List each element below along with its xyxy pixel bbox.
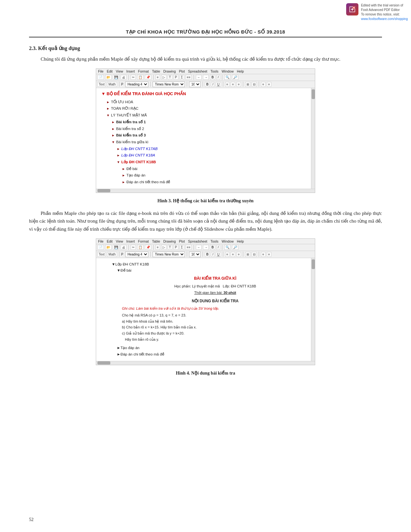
tb2-m6[interactable]: ≡≡ bbox=[185, 245, 192, 250]
scroll-thumb-1[interactable] bbox=[312, 89, 315, 99]
fmt2-al[interactable]: ≡ bbox=[225, 252, 230, 257]
format-bar-2: Text Math P Heading 4 Times New Roman 16… bbox=[96, 251, 315, 258]
toolbar-misc4[interactable]: P bbox=[174, 75, 178, 80]
tb2-zoom2[interactable]: 🔎 bbox=[232, 245, 238, 250]
toolbar-cut[interactable]: ✂ bbox=[131, 75, 136, 80]
ss1-tree: ►TỐI ƯU HOÁ ►TOÁN RỜI RẠC ▼LÝ THUYẾT MẬT… bbox=[101, 99, 308, 186]
screenshot-figure-4: File Edit View Insert Format Table Drawi… bbox=[96, 238, 315, 365]
fmt2-indent[interactable]: ⊞ bbox=[245, 252, 250, 257]
fmt2-math[interactable]: Math bbox=[107, 252, 117, 257]
tb2-cut[interactable]: ✂ bbox=[131, 245, 136, 250]
screenshot-figure-3: File Edit View Insert Format Table Drawi… bbox=[96, 68, 315, 193]
ffsep2 bbox=[150, 252, 151, 257]
fmt2-outdent[interactable]: ⊟ bbox=[252, 252, 257, 257]
hscroll-1[interactable] bbox=[96, 189, 315, 193]
fsep3 bbox=[187, 82, 187, 87]
tree-item-bkt2: ►Bài kiểm tra số 2 bbox=[101, 125, 308, 132]
scrollbar-2[interactable] bbox=[311, 258, 315, 361]
ss2-tree: ▼Lớp ĐH CNTT K18B ▼Đề bài BÀI KIỂM TRA G… bbox=[101, 261, 308, 358]
toolbar-save[interactable]: 💾 bbox=[113, 75, 119, 80]
toolbar-zoom[interactable]: 🔍 bbox=[224, 75, 231, 80]
toolbar-copy[interactable]: 📋 bbox=[137, 75, 144, 80]
fmt2-ar[interactable]: ≡ bbox=[236, 252, 241, 257]
tb2-print[interactable]: 🖨 bbox=[121, 245, 126, 250]
fig3-caption: Hình 3. Hệ thống các bài kiểm tra thường… bbox=[29, 198, 382, 204]
tb2-italic[interactable]: I bbox=[216, 245, 220, 250]
font-select-2[interactable]: Times New Roman bbox=[153, 252, 185, 257]
tb2-m5[interactable]: Σ bbox=[180, 245, 184, 250]
toolbar-misc1[interactable]: ≡ bbox=[155, 75, 160, 80]
tree-item-k17ab: ►Lớp ĐH CNTT K17AB bbox=[101, 146, 308, 152]
font-select[interactable]: Times New Roman bbox=[153, 82, 185, 87]
menubar-1: File Edit View Insert Format Table Drawi… bbox=[96, 69, 315, 74]
tb2-bold[interactable]: B bbox=[210, 245, 215, 250]
format-text[interactable]: Text bbox=[97, 82, 106, 87]
toolbar-zoom2[interactable]: 🔎 bbox=[232, 75, 238, 80]
tb2-ar[interactable]: → bbox=[203, 245, 209, 250]
tb2-new[interactable]: 📄 bbox=[97, 245, 104, 250]
size-select[interactable]: 16 bbox=[189, 82, 201, 87]
toolbar-2: 📄 📂 💾 🖨 ✂ 📋 📌 ≡ ▷ T P Σ ≡≡ ← → B I 🔍 🔎 bbox=[96, 244, 315, 251]
toolbar-misc5[interactable]: Σ bbox=[180, 75, 184, 80]
tree-item-toan: ►TOÁN RỜI RẠC bbox=[101, 105, 308, 112]
toolbar-italic[interactable]: I bbox=[216, 75, 220, 80]
format-indent[interactable]: ⊞ bbox=[245, 82, 250, 87]
page-footer: 52 bbox=[29, 517, 34, 522]
fmt2-underline[interactable]: U bbox=[216, 252, 221, 257]
fsep5 bbox=[223, 82, 223, 87]
foxit-link[interactable]: www.foxitsoftware.com/shopping bbox=[361, 17, 408, 21]
fmt2-list1[interactable]: ≡ bbox=[261, 252, 266, 257]
format-math[interactable]: Math bbox=[107, 82, 117, 87]
ffsep4 bbox=[203, 252, 203, 257]
tb2-open[interactable]: 📂 bbox=[105, 245, 112, 250]
fmt2-ac[interactable]: ≡ bbox=[231, 252, 235, 257]
toolbar-misc6[interactable]: ≡≡ bbox=[185, 75, 192, 80]
toolbar-paste[interactable]: 📌 bbox=[145, 75, 151, 80]
toolbar-misc2[interactable]: ▷ bbox=[161, 75, 166, 80]
fmt2-list2[interactable]: ≡ bbox=[267, 252, 271, 257]
fmt2-italic[interactable]: I bbox=[211, 252, 215, 257]
sep4 bbox=[222, 75, 222, 80]
toolbar-new[interactable]: 📄 bbox=[97, 75, 104, 80]
tb2-m2[interactable]: ▷ bbox=[161, 245, 166, 250]
ss2-exam-title: BÀI KIỂM TRA GIỮA KÌ bbox=[122, 275, 308, 282]
tb2-paste[interactable]: 📌 bbox=[145, 245, 151, 250]
format-underline[interactable]: U bbox=[216, 82, 221, 87]
format-list2[interactable]: ≡ bbox=[267, 82, 271, 87]
toolbar-print[interactable]: 🖨 bbox=[121, 75, 126, 80]
format-list1[interactable]: ≡ bbox=[261, 82, 266, 87]
toolbar-bold[interactable]: B bbox=[210, 75, 215, 80]
tree-item-bkt3: ►Bài kiểm tra số 3 bbox=[101, 132, 308, 139]
toolbar-misc3[interactable]: T bbox=[168, 75, 172, 80]
fmt2-text[interactable]: Text bbox=[97, 252, 106, 257]
heading-select[interactable]: Heading 4 bbox=[125, 82, 148, 87]
tb2-m3[interactable]: T bbox=[168, 245, 172, 250]
tree-item-k18a: ►Lớp ĐH CNTT K18A bbox=[101, 152, 308, 159]
tb2-m4[interactable]: P bbox=[174, 245, 178, 250]
toolbar-arrow-r[interactable]: → bbox=[203, 75, 209, 80]
ss2-dapanchitiet: ►Đáp án chi tiết theo mã đề bbox=[101, 351, 308, 358]
format-bold[interactable]: B bbox=[205, 82, 210, 87]
scroll-thumb-2[interactable] bbox=[312, 259, 315, 269]
toolbar-arrow-l[interactable]: ← bbox=[196, 75, 202, 80]
ffsep5 bbox=[223, 252, 223, 257]
hscroll-2[interactable] bbox=[96, 361, 315, 365]
heading-select-2[interactable]: Heading 4 bbox=[125, 252, 148, 257]
toolbar-open[interactable]: 📂 bbox=[105, 75, 112, 80]
format-align-l[interactable]: ≡ bbox=[225, 82, 230, 87]
tb2-al[interactable]: ← bbox=[196, 245, 202, 250]
size-select-2[interactable]: 16 bbox=[189, 252, 201, 257]
format-align-c[interactable]: ≡ bbox=[231, 82, 235, 87]
format-outdent[interactable]: ⊟ bbox=[252, 82, 257, 87]
tb2-m1[interactable]: ≡ bbox=[155, 245, 160, 250]
paragraph-1: Chúng tôi đã ứng dụng phần mềm Maple để … bbox=[29, 55, 382, 63]
tb2-zoom[interactable]: 🔍 bbox=[224, 245, 231, 250]
tb2-save[interactable]: 💾 bbox=[113, 245, 119, 250]
format-italic[interactable]: I bbox=[211, 82, 215, 87]
hscroll-thumb-2[interactable] bbox=[97, 361, 110, 365]
fmt2-bold[interactable]: B bbox=[205, 252, 210, 257]
tb2-copy[interactable]: 📋 bbox=[137, 245, 144, 250]
scrollbar-1[interactable] bbox=[311, 88, 315, 189]
format-align-r[interactable]: ≡ bbox=[236, 82, 241, 87]
hscroll-thumb-1[interactable] bbox=[97, 189, 110, 192]
